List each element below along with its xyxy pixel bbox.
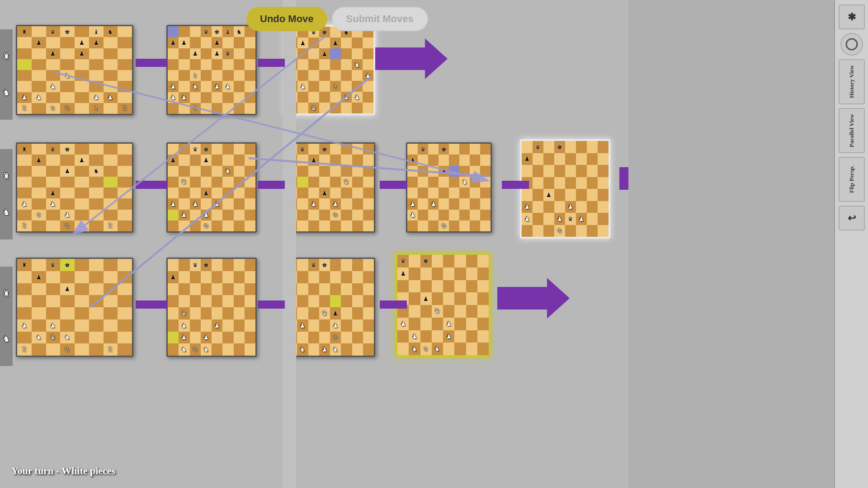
main-canvas: ♜ ♞ ♜ ♞ ♜ ♞ ♜ ♛ ♚ ♝ ♞ ♟ ♟ (0, 0, 628, 488)
board-2-5[interactable]: ♛ ♚ ♟ (520, 139, 610, 239)
status-text: Your turn - White pieces (11, 465, 115, 477)
board-2-4[interactable]: ♛ ♚ ♟ ♟ (406, 142, 492, 233)
board-2-1[interactable]: ♜ ♛ ♚ ♟ ♟ ♟ ♞ (16, 142, 133, 233)
board-1-2[interactable]: ♛ ♚ ♝ ♞ ♟ ♟ ♟ ♟ ♟ ♛ (166, 25, 257, 115)
svg-marker-2 (497, 278, 570, 319)
board-2-3[interactable]: ♛ ♚ ♟ ♟ (285, 142, 375, 233)
board-2-2[interactable]: ♛ ♚ ♟ ♟ ♞ ♛ (166, 142, 257, 233)
right-sidebar: ✱ History View Parallel View Flip Persp.… (834, 0, 868, 488)
undo-button[interactable]: Undo Move (246, 7, 327, 31)
board-3-1[interactable]: ♜ ♛ ♚ ♟ ♟ (16, 258, 133, 357)
svg-marker-0 (375, 38, 448, 79)
submit-button[interactable]: Submit Moves (332, 7, 428, 31)
back-button[interactable]: ↩ (839, 206, 865, 230)
parallel-view-button[interactable]: Parallel View (839, 108, 865, 153)
circle-button[interactable] (840, 33, 863, 56)
star-button[interactable]: ✱ (839, 5, 865, 29)
board-3-2[interactable]: ♛ ♚ ♟ (166, 258, 257, 357)
flip-persp-button[interactable]: Flip Persp. (839, 157, 865, 202)
history-view-button[interactable]: History View (839, 59, 865, 104)
svg-marker-1 (619, 158, 628, 199)
top-buttons: Undo Move Submit Moves (246, 7, 428, 31)
board-1-1[interactable]: ♜ ♛ ♚ ♝ ♞ ♟ ♟ ♟ ♟ ♟ (16, 25, 133, 115)
svg-point-13 (846, 39, 857, 50)
board-3-4-active[interactable]: ♛ ♚ ♟ ♟ (396, 253, 491, 357)
board-1-3[interactable]: ♛ ♚ ♞ ♟ ♟ ♟ (285, 25, 375, 115)
board-3-3[interactable]: ♛ ♚ ♟ (285, 258, 375, 357)
